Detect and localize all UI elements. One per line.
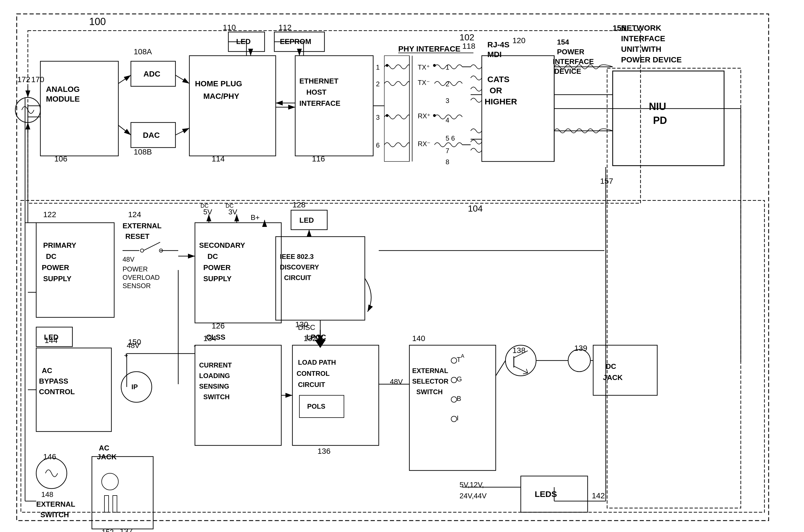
dac-label: DAC	[143, 131, 160, 139]
3vdc-label: 3V	[228, 208, 237, 216]
i-label: I	[457, 414, 459, 422]
ref-152: 152	[102, 528, 114, 532]
power-if-label3: INTERFACE	[553, 57, 594, 66]
dc-label2: DC	[226, 203, 233, 209]
pin3: 3	[376, 114, 379, 121]
ref-170: 170	[31, 75, 44, 84]
ext-sel-label1: EXTERNAL	[412, 367, 448, 375]
svg-point-24	[433, 114, 436, 117]
power-if-label1: 154	[557, 38, 569, 46]
ref-112: 112	[279, 23, 292, 32]
leds-label: LEDS	[535, 489, 557, 499]
voltages-label1: 5V,12V,	[460, 480, 484, 489]
ref-134: 134	[203, 334, 217, 343]
ext-reset-label2: RESET	[125, 232, 150, 241]
primary-dc-label1: PRIMARY	[43, 241, 76, 249]
homeplug-label2: MAC/PHY	[203, 92, 239, 100]
rx-plus: RX⁺	[418, 112, 431, 120]
ac-bypass-label2: BYPASS	[39, 377, 68, 385]
pin6r: 6	[451, 134, 455, 142]
pin3r: 3	[446, 97, 449, 104]
niu-label2: PD	[653, 115, 667, 126]
48v-label1: 48V	[123, 255, 134, 263]
ieee-label3: CIRCUIT	[284, 274, 311, 282]
ref-172: 172	[17, 75, 30, 84]
48v-label3: 48V	[390, 378, 403, 386]
ref-108a: 108A	[134, 47, 152, 56]
ref-106: 106	[54, 154, 68, 163]
clss-box-label4: SWITCH	[203, 393, 230, 401]
disc-label: DISC	[298, 323, 315, 331]
analog-module-label2: MODULE	[46, 95, 80, 103]
ref-132: 132	[303, 334, 317, 343]
niu-label1: NIU	[649, 101, 666, 112]
pin8r: 8	[446, 158, 449, 166]
led2-label: LED	[299, 216, 314, 224]
analog-module-label: ANALOG	[46, 85, 80, 94]
secondary-dc-label3: POWER	[203, 263, 230, 272]
power-if-label2: POWER	[557, 48, 584, 56]
primary-dc-label2: DC	[46, 252, 57, 261]
ref-157: 157	[600, 177, 613, 185]
ethernet-label3: INTERFACE	[299, 99, 340, 108]
ref-100: 100	[89, 16, 106, 27]
adc-label: ADC	[144, 70, 161, 78]
ref-104: 104	[468, 204, 483, 213]
secondary-dc-label4: SUPPLY	[203, 274, 232, 283]
primary-dc-label4: SUPPLY	[43, 274, 72, 283]
ip-label: IP	[131, 383, 138, 391]
ref-148: 148	[41, 490, 53, 499]
phy-interface-label: PHY INTERFACE	[398, 44, 461, 53]
clss-box-label2: LOADING	[199, 372, 230, 379]
network-label5: POWER DEVICE	[621, 55, 682, 64]
lpcc-box-label2: CONTROL	[297, 370, 330, 377]
ac-jack-label1: AC	[99, 444, 109, 452]
clss-box-label1: CURRENT	[199, 361, 232, 369]
cats-label1: CATS	[487, 75, 509, 84]
bp-label: B+	[251, 213, 260, 222]
ref-120: 120	[512, 36, 525, 45]
ref-139: 139	[574, 344, 587, 353]
svg-point-23	[433, 64, 436, 67]
ext-sel-label2: SELECTOR	[412, 378, 448, 385]
tx-minus: TX⁻	[418, 79, 430, 86]
svg-point-21	[386, 64, 389, 67]
pin1: 1	[376, 63, 379, 71]
ref-124: 124	[128, 210, 141, 219]
ta-sub: A	[461, 353, 464, 359]
ref-150: 150	[128, 338, 141, 346]
ref-138: 138	[512, 346, 525, 355]
svg-rect-3	[0, 0, 804, 532]
power-if-label4: DEVICE	[554, 67, 581, 75]
pin4r: 4	[446, 116, 449, 124]
ext-switch-label1: EXTERNAL	[36, 500, 75, 508]
cats-label3: HIGHER	[485, 97, 517, 106]
pin2: 2	[376, 80, 379, 88]
ref-126: 126	[212, 322, 225, 330]
clss-box-label3: SENSING	[199, 382, 229, 390]
minus-label: -	[193, 341, 196, 350]
ref-110: 110	[223, 23, 236, 32]
ta-label: T	[457, 356, 461, 363]
rx-minus: RX⁻	[418, 140, 431, 148]
ext-switch-label2: SWITCH	[40, 511, 69, 519]
plus-label: +	[124, 351, 128, 359]
ac-jack-label2: JACK	[97, 453, 117, 461]
ref-116: 116	[312, 154, 325, 163]
ethernet-label2: HOST	[306, 88, 326, 96]
pols-label: POLS	[307, 402, 325, 410]
mdi-label: MDI	[487, 50, 502, 59]
ac-bypass-label3: CONTROL	[39, 387, 75, 396]
homeplug-label1: HOME PLUG	[195, 79, 242, 88]
voltages-label2: 24V,44V	[460, 492, 487, 500]
cats-label2: OR	[490, 86, 502, 95]
ref-114: 114	[212, 154, 225, 163]
ref-108b: 108B	[134, 148, 152, 156]
5vdc-label: 5V	[203, 208, 212, 216]
ref-142: 142	[592, 491, 605, 500]
network-label2: NETWORK	[621, 24, 661, 32]
ethernet-label1: ETHERNET	[299, 77, 338, 85]
circuit-diagram: 100 102 ANALOG MODULE 106 172 170 ADC 10…	[0, 0, 804, 532]
ref-137: 137	[120, 527, 133, 532]
ext-reset-label1: EXTERNAL	[123, 222, 162, 230]
